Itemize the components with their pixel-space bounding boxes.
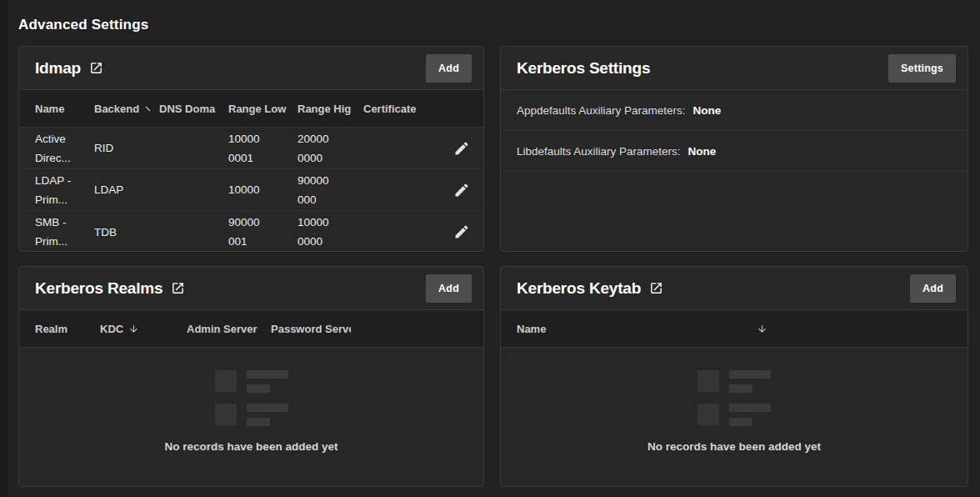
advanced-settings-page: Advanced Settings Idmap Add Name Backend	[0, 0, 980, 487]
no-records-text: No records have been added yet	[165, 440, 338, 453]
keytab-sorted-column[interactable]	[757, 324, 768, 334]
idmap-cell-backend: TDB	[94, 223, 159, 242]
appdefaults-row: Appdefaults Auxiliary Parameters: None	[501, 90, 968, 131]
libdefaults-row: Libdefaults Auxiliary Parameters: None	[501, 131, 968, 172]
idmap-col-name[interactable]: Name	[35, 103, 94, 115]
idmap-col-certificate[interactable]: Certificate	[363, 103, 440, 115]
keytab-col-name[interactable]: Name	[517, 323, 757, 335]
kerberos-keytab-title-text: Kerberos Keytab	[517, 279, 641, 298]
empty-records-illustration	[215, 370, 288, 426]
idmap-row-smb-primary[interactable]: SMB -Prim... TDB 90000001 100000000	[19, 211, 483, 252]
idmap-cell-name: ActiveDirec...	[35, 129, 94, 168]
realms-col-realm[interactable]: Realm	[35, 323, 100, 335]
page-title: Advanced Settings	[18, 17, 968, 33]
idmap-cell-range-high: 100000000	[298, 213, 363, 251]
kerberos-realms-card-header: Kerberos Realms Add	[19, 267, 483, 310]
kerberos-realms-table-header: Realm KDC Admin Server Password Serve	[19, 310, 483, 348]
idmap-table-header: Name Backend DNS Doma Range Low Range Hi…	[19, 90, 483, 128]
no-records-text: No records have been added yet	[648, 440, 821, 453]
kerberos-settings-card: Kerberos Settings Settings Appdefaults A…	[500, 46, 968, 252]
external-link-icon[interactable]	[89, 61, 103, 75]
edit-icon[interactable]	[452, 180, 472, 200]
kerberos-keytab-empty-state: No records have been added yet	[501, 348, 968, 453]
realms-col-admin-server[interactable]: Admin Server	[187, 323, 271, 335]
idmap-col-range-low[interactable]: Range Low	[228, 103, 298, 115]
idmap-cell-range-low: 10000	[228, 180, 298, 199]
empty-records-illustration	[698, 370, 771, 426]
appdefaults-label: Appdefaults Auxiliary Parameters:	[517, 104, 686, 117]
edit-icon[interactable]	[452, 222, 472, 242]
idmap-col-backend[interactable]: Backend	[94, 103, 159, 115]
idmap-card-header: Idmap Add	[19, 47, 483, 90]
kerberos-keytab-add-button[interactable]: Add	[910, 274, 956, 303]
idmap-cell-range-low: 100000001	[228, 129, 298, 168]
idmap-col-backend-label: Backend	[94, 103, 139, 115]
idmap-cell-range-high: 90000000	[298, 171, 363, 209]
kerberos-settings-button[interactable]: Settings	[888, 54, 956, 83]
idmap-title-text: Idmap	[35, 59, 81, 78]
kerberos-keytab-card: Kerberos Keytab Add Name	[500, 266, 968, 487]
idmap-add-button[interactable]: Add	[426, 54, 472, 83]
cards-grid: Idmap Add Name Backend DNS Doma Range Lo…	[18, 46, 968, 487]
kerberos-realms-card-title: Kerberos Realms	[35, 279, 185, 298]
sort-down-arrow-icon	[757, 324, 768, 334]
idmap-card-title: Idmap	[35, 59, 103, 78]
idmap-cell-range-low: 90000001	[228, 213, 298, 251]
kerberos-realms-empty-state: No records have been added yet	[19, 348, 483, 453]
kerberos-settings-title-text: Kerberos Settings	[517, 59, 650, 78]
edit-icon[interactable]	[452, 138, 472, 158]
idmap-cell-backend: LDAP	[94, 180, 159, 199]
libdefaults-label: Libdefaults Auxiliary Parameters:	[517, 145, 681, 158]
kerberos-settings-card-header: Kerberos Settings Settings	[501, 47, 968, 90]
kerberos-realms-card: Kerberos Realms Add Realm KDC Admin Serv…	[18, 266, 484, 487]
kerberos-settings-card-title: Kerberos Settings	[517, 59, 650, 78]
libdefaults-value: None	[688, 145, 717, 158]
idmap-col-range-high[interactable]: Range Hig	[298, 103, 363, 115]
kerberos-keytab-card-title: Kerberos Keytab	[517, 279, 663, 298]
external-link-icon[interactable]	[171, 281, 185, 295]
sort-down-arrow-icon	[128, 324, 139, 334]
sort-diagonal-icon	[144, 105, 152, 113]
external-link-icon[interactable]	[649, 281, 663, 295]
idmap-cell-backend: RID	[94, 138, 159, 158]
idmap-cell-name: LDAP -Prim...	[35, 171, 94, 209]
realms-col-kdc[interactable]: KDC	[100, 323, 187, 335]
appdefaults-value: None	[693, 104, 722, 117]
kerberos-realms-title-text: Kerberos Realms	[35, 279, 162, 298]
idmap-cell-name: SMB -Prim...	[35, 213, 94, 251]
kerberos-keytab-table-header: Name	[501, 310, 968, 348]
kerberos-keytab-card-header: Kerberos Keytab Add	[501, 267, 968, 310]
idmap-cell-range-high: 200000000	[298, 129, 363, 168]
idmap-row-ldap-primary[interactable]: LDAP -Prim... LDAP 10000 90000000	[19, 169, 483, 211]
kerberos-realms-add-button[interactable]: Add	[426, 274, 472, 303]
idmap-card: Idmap Add Name Backend DNS Doma Range Lo…	[18, 46, 484, 252]
realms-col-password-server[interactable]: Password Serve	[271, 323, 351, 335]
idmap-row-active-directory[interactable]: ActiveDirec... RID 100000001 200000000	[19, 128, 483, 169]
left-edge-strip	[0, 0, 8, 497]
idmap-col-dns-domain[interactable]: DNS Doma	[159, 103, 228, 115]
realms-col-kdc-label: KDC	[100, 323, 123, 335]
